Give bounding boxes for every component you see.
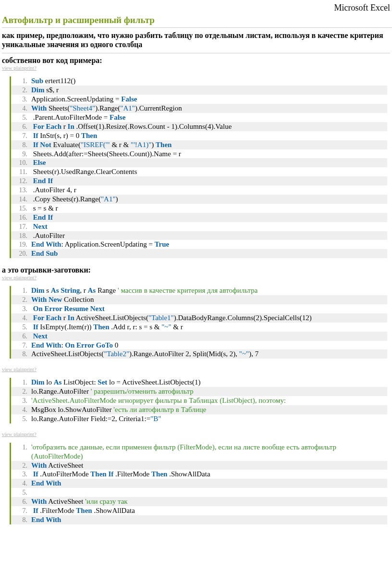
code-line: Dim s$, r xyxy=(11,86,387,95)
help-link[interactable]: ? xyxy=(34,431,37,437)
code-line: For Each r In ActiveSheet.ListObjects("T… xyxy=(11,313,387,323)
code-line: With ActiveSheet 'или сразу так xyxy=(11,497,387,506)
code-toolbar: view plainprint? xyxy=(2,366,392,372)
print-link[interactable]: print xyxy=(24,65,34,71)
code-line: Sub ertert112() xyxy=(11,76,387,86)
code-line: s = s & r xyxy=(11,204,387,213)
page-title: Автофильтр и расширенный фильтр xyxy=(2,15,392,28)
code-block-3: Dim lo As ListObject: Set lo = ActiveShe… xyxy=(10,378,387,423)
code-line: With Sheets("Sheet4").Range("A1").Curren… xyxy=(11,104,387,113)
code-line: 'отобразить все данные, если применен фи… xyxy=(11,443,387,461)
code-line: If .AutoFilterMode Then If .FilterMode T… xyxy=(11,470,387,479)
code-toolbar: view plainprint? xyxy=(2,274,392,280)
code-line: If .FilterMode Then .ShowAllData xyxy=(11,506,387,515)
code-line: .Parent.AutoFilterMode = False xyxy=(11,113,387,122)
code-line: If InStr(s, r) = 0 Then xyxy=(11,131,387,140)
code-line: .Copy Sheets(r).Range("A1") xyxy=(11,195,387,204)
code-line: For Each r In .Offset(1).Resize(.Rows.Co… xyxy=(11,122,387,131)
code-block-2: Dim s As String, r As Range ' массив в к… xyxy=(10,286,387,359)
code-line: lo.Range.AutoFilter ' разрешить/отменить… xyxy=(11,387,387,396)
code-line: Application.ScreenUpdating = False xyxy=(11,95,387,104)
code-toolbar: view plainprint? xyxy=(2,431,392,437)
code-line: End With: Application.ScreenUpdating = T… xyxy=(11,240,387,249)
code-line: End With xyxy=(11,479,387,488)
code-line: Sheets.Add(after:=Sheets(Sheets.Count)).… xyxy=(11,149,387,159)
code-line: With New Collection xyxy=(11,295,387,304)
code-line: With ActiveSheet xyxy=(11,461,387,470)
view-plain-link[interactable]: view plain xyxy=(2,431,24,437)
help-link[interactable]: ? xyxy=(34,366,37,372)
help-link[interactable]: ? xyxy=(34,274,37,280)
code-line xyxy=(11,488,387,497)
code-line: Next xyxy=(11,332,387,341)
code-line: Sheets(r).UsedRange.ClearContents xyxy=(11,167,387,176)
code-toolbar: view plainprint? xyxy=(2,65,392,71)
view-plain-link[interactable]: view plain xyxy=(2,366,24,372)
code-line: .AutoFilter 4, r xyxy=(11,186,387,195)
view-plain-link[interactable]: view plain xyxy=(2,65,24,71)
code-line: Dim lo As ListObject: Set lo = ActiveShe… xyxy=(11,378,387,387)
code-line: End If xyxy=(11,213,387,222)
code-line: If IsEmpty(.Item(r)) Then .Add r, r: s =… xyxy=(11,323,387,332)
code-line: End With xyxy=(11,515,387,524)
code-line: If Not Evaluate("ISREF('" & r & "'!A1)")… xyxy=(11,140,387,149)
code-line: Else xyxy=(11,158,387,167)
app-name: Microsoft Excel xyxy=(0,0,392,14)
code-line: End With: On Error GoTo 0 xyxy=(11,341,387,350)
subhead-2: а это отрывки-заготовки: xyxy=(2,266,390,274)
code-line: MsgBox lo.ShowAutoFilter 'есть ли автофи… xyxy=(11,405,387,414)
code-line: On Error Resume Next xyxy=(11,304,387,313)
code-line: ActiveSheet.ListObjects("Table2").Range.… xyxy=(11,349,387,359)
view-plain-link[interactable]: view plain xyxy=(2,274,24,280)
code-line: .AutoFilter xyxy=(11,231,387,240)
code-line: End If xyxy=(11,176,387,186)
subhead-1: собственно вот код примера: xyxy=(2,56,390,65)
code-block-4: 'отобразить все данные, если применен фи… xyxy=(10,443,387,524)
help-link[interactable]: ? xyxy=(34,65,37,71)
code-line: Next xyxy=(11,222,387,231)
print-link[interactable]: print xyxy=(24,366,34,372)
print-link[interactable]: print xyxy=(24,274,34,280)
code-block-1: Sub ertert112()Dim s$, rApplication.Scre… xyxy=(10,76,387,258)
code-line: Dim s As String, r As Range ' массив в к… xyxy=(11,286,387,295)
code-line: lo.Range.AutoFilter Field:=2, Criteria1:… xyxy=(11,414,387,423)
code-line: End Sub xyxy=(11,249,387,258)
code-line: 'ActiveSheet.AutoFilterMode игнорирует ф… xyxy=(11,396,387,405)
print-link[interactable]: print xyxy=(24,431,34,437)
intro-text: как пример, предположим, что нужно разби… xyxy=(2,31,390,53)
